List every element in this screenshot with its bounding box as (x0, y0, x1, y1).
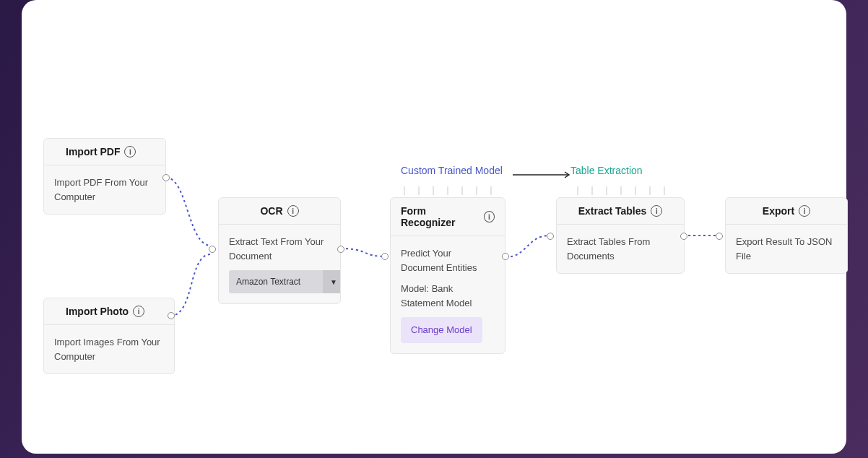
port-import-photo-out[interactable] (168, 312, 175, 319)
node-title: Form Recognizer (401, 205, 479, 228)
node-desc: Import Images From Your Computer (44, 325, 174, 373)
node-header-ocr: OCR i (219, 198, 340, 225)
node-import-pdf[interactable]: Import PDF i Import PDF From Your Comput… (43, 138, 166, 215)
info-icon[interactable]: i (124, 146, 136, 157)
node-header-extract-tables: Extract Tables i (557, 198, 684, 225)
node-form-recognizer[interactable]: Form Recognizer i Predict Your Document … (390, 197, 505, 354)
node-title: OCR (260, 205, 282, 217)
node-body-ocr: Extract Text From Your Document Amazon T… (219, 225, 340, 303)
node-desc: Extract Text From Your Document (229, 235, 330, 263)
port-export-in[interactable] (716, 233, 723, 240)
node-header-export: Export i (726, 198, 847, 225)
port-form-recognizer-in[interactable] (381, 253, 389, 260)
change-model-button[interactable]: Change Model (401, 317, 482, 343)
node-import-photo[interactable]: Import Photo i Import Images From Your C… (43, 298, 175, 374)
flow-container: Custom Trained Model Table Extraction Im… (22, 0, 846, 454)
port-form-recognizer-out[interactable] (502, 253, 509, 260)
port-ocr-out[interactable] (337, 246, 344, 253)
label-table-extraction: Table Extraction (570, 165, 643, 176)
dropdown-value: Amazon Textract (229, 270, 323, 293)
node-body-form-recognizer: Predict Your Document Entities Model: Ba… (391, 236, 505, 353)
ocr-engine-dropdown[interactable]: Amazon Textract ▼ (229, 270, 341, 293)
workflow-canvas: Custom Trained Model Table Extraction Im… (22, 0, 846, 454)
port-extract-tables-out[interactable] (680, 233, 687, 240)
info-icon[interactable]: i (484, 211, 495, 222)
label-custom-trained-model: Custom Trained Model (401, 165, 503, 176)
node-desc: Predict Your Document Entities (401, 246, 495, 275)
node-title: Export (763, 205, 794, 217)
node-export[interactable]: Export i Export Result To JSON File (725, 197, 848, 274)
node-title: Import PDF (66, 146, 120, 157)
port-import-pdf-out[interactable] (162, 174, 170, 181)
node-extract-tables[interactable]: Extract Tables i Extract Tables From Doc… (556, 197, 685, 274)
info-icon[interactable]: i (799, 205, 810, 217)
node-ocr[interactable]: OCR i Extract Text From Your Document Am… (218, 197, 341, 304)
info-icon[interactable]: i (651, 205, 662, 217)
info-icon[interactable]: i (287, 205, 299, 217)
node-header-form-recognizer: Form Recognizer i (391, 198, 505, 236)
node-desc: Export Result To JSON File (726, 225, 847, 273)
node-header-import-photo: Import Photo i (44, 298, 174, 325)
node-title: Import Photo (66, 306, 129, 317)
node-header-import-pdf: Import PDF i (44, 139, 165, 165)
node-desc: Extract Tables From Documents (557, 225, 684, 273)
chevron-down-icon: ▼ (323, 270, 341, 293)
port-extract-tables-in[interactable] (547, 233, 554, 240)
info-icon[interactable]: i (133, 306, 144, 317)
port-ocr-in[interactable] (209, 246, 216, 253)
model-label: Model: Bank Statement Model (401, 282, 495, 310)
node-desc: Import PDF From Your Computer (44, 165, 165, 214)
node-title: Extract Tables (578, 205, 647, 217)
